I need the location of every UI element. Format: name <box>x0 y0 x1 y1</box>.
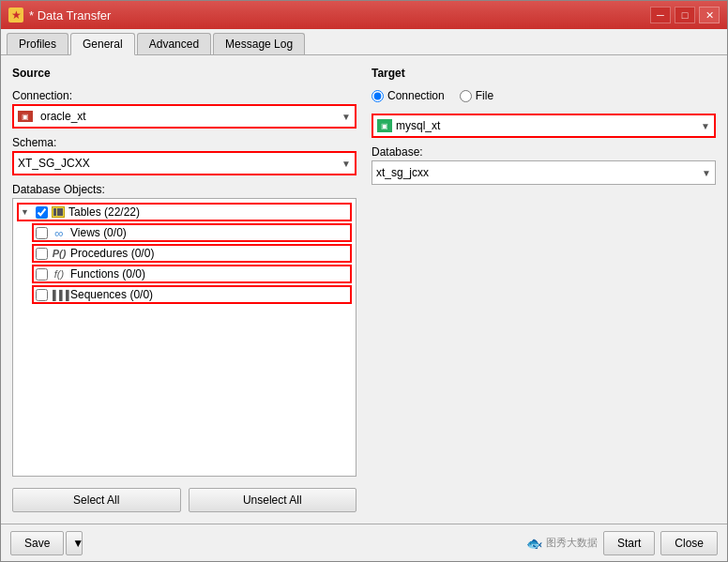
views-label: Views (0/0) <box>70 226 127 239</box>
target-connection-value-row: ▣ mysql_xt <box>377 119 440 132</box>
procedures-checkbox[interactable] <box>36 248 48 260</box>
main-content: Source Connection: ▣ oracle_xt ▼ Schema:… <box>1 55 727 524</box>
target-connection-group: ▣ mysql_xt ▼ <box>372 114 716 138</box>
select-all-button[interactable]: Select All <box>12 488 181 512</box>
functions-checkbox[interactable] <box>36 268 48 281</box>
target-type-row: Connection File <box>372 89 716 102</box>
minimize-button[interactable]: ─ <box>650 7 671 23</box>
target-connection-value: mysql_xt <box>396 119 440 132</box>
tables-label: Tables (22/22) <box>68 205 140 219</box>
tab-message-log[interactable]: Message Log <box>213 33 305 54</box>
source-connection-label: Connection: <box>12 89 356 102</box>
source-schema-arrow: ▼ <box>341 159 351 169</box>
tab-advanced[interactable]: Advanced <box>137 33 211 54</box>
bottom-bar: Save ▼ 🐟 图秀大数据 Start Close <box>1 524 727 561</box>
tree-item-sequences[interactable]: ▐▐▐ Sequences (0/0) <box>32 285 352 304</box>
select-all-row: Select All Unselect All <box>12 488 356 512</box>
source-connection-dropdown[interactable]: ▣ oracle_xt ▼ <box>12 104 356 129</box>
target-title: Target <box>372 67 716 80</box>
source-connection-group: Connection: ▣ oracle_xt ▼ <box>12 89 356 129</box>
source-connection-arrow: ▼ <box>341 112 351 122</box>
watermark: 🐟 图秀大数据 <box>526 536 598 551</box>
source-title: Source <box>12 67 356 80</box>
tab-profiles[interactable]: Profiles <box>7 33 68 54</box>
maximize-button[interactable]: □ <box>675 7 695 23</box>
watermark-icon: 🐟 <box>526 536 542 551</box>
title-bar: ★ * Data Transfer ─ □ ✕ <box>1 1 727 29</box>
watermark-text: 图秀大数据 <box>546 536 598 550</box>
source-schema-dropdown[interactable]: XT_SG_JCXX ▼ <box>12 151 356 175</box>
tree-item-views[interactable]: ∞ Views (0/0) <box>32 223 352 242</box>
bottom-right: 🐟 图秀大数据 Start Close <box>526 531 718 555</box>
procedures-icon: P() <box>52 247 67 260</box>
mysql-icon: ▣ <box>377 119 392 132</box>
db-objects-label: Database Objects: <box>12 183 356 196</box>
save-dropdown-button[interactable]: ▼ <box>66 531 83 555</box>
unselect-all-button[interactable]: Unselect All <box>189 488 357 512</box>
app-icon: ★ <box>8 8 23 23</box>
save-button[interactable]: Save <box>10 531 64 555</box>
target-connection-dropdown[interactable]: ▣ mysql_xt ▼ <box>372 114 716 138</box>
tab-bar: Profiles General Advanced Message Log <box>1 29 727 55</box>
source-panel: Source Connection: ▣ oracle_xt ▼ Schema:… <box>12 67 356 512</box>
file-radio[interactable] <box>460 90 472 102</box>
target-database-value: xt_sg_jcxx <box>376 166 429 179</box>
target-database-label: Database: <box>372 145 716 159</box>
source-schema-group: Schema: XT_SG_JCXX ▼ <box>12 136 356 175</box>
file-radio-text: File <box>476 89 493 102</box>
procedures-label: Procedures (0/0) <box>70 247 154 260</box>
tables-icon <box>52 206 65 218</box>
views-icon: ∞ <box>52 226 67 239</box>
title-bar-left: ★ * Data Transfer <box>8 8 111 23</box>
functions-label: Functions (0/0) <box>70 267 145 281</box>
views-checkbox[interactable] <box>36 227 48 239</box>
target-database-dropdown[interactable]: xt_sg_jcxx ▼ <box>372 160 716 185</box>
db-objects-area: Database Objects: ▼ Tables (22/22) <box>12 183 356 477</box>
tables-checkbox[interactable] <box>36 206 48 219</box>
source-connection-value-row: ▣ oracle_xt <box>18 110 86 123</box>
window-title: * Data Transfer <box>29 8 111 23</box>
start-button[interactable]: Start <box>603 531 655 555</box>
connection-radio[interactable] <box>372 90 384 102</box>
tab-general[interactable]: General <box>70 33 135 55</box>
close-button-bottom[interactable]: Close <box>660 531 718 555</box>
source-schema-label: Schema: <box>12 136 356 149</box>
file-radio-label[interactable]: File <box>460 89 493 102</box>
expand-tables-icon[interactable]: ▼ <box>21 207 32 217</box>
sequences-icon: ▐▐▐ <box>52 288 67 301</box>
sequences-label: Sequences (0/0) <box>70 288 153 301</box>
source-connection-value: oracle_xt <box>40 110 86 123</box>
main-window: ★ * Data Transfer ─ □ ✕ Profiles General… <box>0 0 728 562</box>
close-button[interactable]: ✕ <box>699 7 720 23</box>
bottom-left: Save ▼ <box>10 531 83 555</box>
oracle-icon: ▣ <box>18 111 33 122</box>
target-connection-arrow: ▼ <box>701 121 710 131</box>
connection-radio-label[interactable]: Connection <box>372 89 445 102</box>
target-panel: Target Connection File ▣ mysql_xt <box>372 67 716 512</box>
db-objects-box: ▼ Tables (22/22) ∞ Views (0/0) <box>12 198 356 477</box>
tree-item-functions[interactable]: f() Functions (0/0) <box>32 265 352 283</box>
tree-item-procedures[interactable]: P() Procedures (0/0) <box>32 244 352 263</box>
target-database-group: Database: xt_sg_jcxx ▼ <box>372 145 716 185</box>
window-controls: ─ □ ✕ <box>650 7 720 23</box>
target-database-arrow: ▼ <box>702 168 711 178</box>
source-schema-value: XT_SG_JCXX <box>18 157 90 170</box>
tree-item-tables[interactable]: ▼ Tables (22/22) <box>17 203 352 221</box>
functions-icon: f() <box>52 267 67 281</box>
sequences-checkbox[interactable] <box>36 289 48 301</box>
connection-radio-text: Connection <box>387 89 445 102</box>
